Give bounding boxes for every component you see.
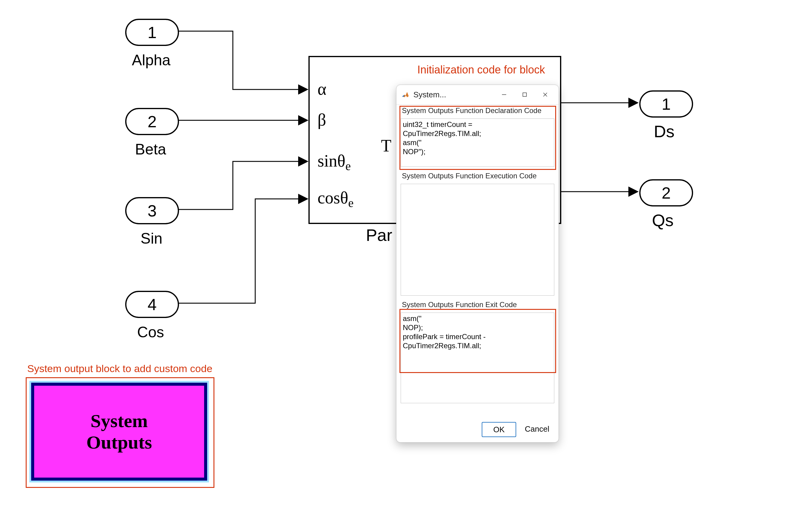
annotation-init-code: Initialization code for block xyxy=(417,63,545,76)
diagram-canvas: 1 Alpha 2 Beta 3 Sin 4 Cos α β sinθe cos… xyxy=(0,0,808,532)
inport-2-label: Beta xyxy=(132,140,169,158)
inport-1[interactable]: 1 xyxy=(125,19,179,46)
outport-2-num: 2 xyxy=(662,184,671,202)
outport-2[interactable]: 2 xyxy=(639,179,693,206)
outport-1-num: 1 xyxy=(662,95,671,113)
matlab-icon xyxy=(401,90,410,99)
cancel-button[interactable]: Cancel xyxy=(520,422,554,436)
park-in-alpha: α xyxy=(317,79,326,98)
inport-3-label: Sin xyxy=(138,230,165,247)
maximize-button[interactable] xyxy=(516,89,533,101)
park-in-cos: cosθe xyxy=(317,188,353,210)
dialog-titlebar[interactable]: System... xyxy=(397,85,558,104)
inport-4[interactable]: 4 xyxy=(125,291,179,318)
system-outputs-dialog[interactable]: System... System Outputs Function Declar… xyxy=(396,84,559,442)
dialog-title: System... xyxy=(414,90,446,99)
ok-button[interactable]: OK xyxy=(482,422,516,437)
outport-1-label: Ds xyxy=(654,121,674,141)
exit-label: System Outputs Function Exit Code xyxy=(401,299,554,309)
decl-label: System Outputs Function Declaration Code xyxy=(401,104,554,115)
park-block-right-text: T xyxy=(381,136,391,155)
minimize-button[interactable] xyxy=(496,89,513,101)
inport-1-num: 1 xyxy=(148,23,157,42)
close-button[interactable] xyxy=(537,89,554,101)
inport-1-label: Alpha xyxy=(130,51,172,69)
outport-1[interactable]: 1 xyxy=(639,90,693,118)
exec-label: System Outputs Function Execution Code xyxy=(401,170,554,181)
exit-code-textarea[interactable] xyxy=(401,312,554,403)
inport-4-label: Cos xyxy=(135,323,166,341)
inport-3[interactable]: 3 xyxy=(125,197,179,224)
svg-rect-1 xyxy=(523,93,527,96)
inport-3-num: 3 xyxy=(148,201,157,220)
park-in-beta: β xyxy=(317,110,326,129)
inport-4-num: 4 xyxy=(148,295,157,314)
system-outputs-block[interactable]: System Outputs xyxy=(31,383,207,481)
annotation-sys-output: System output block to add custom code xyxy=(27,363,212,375)
system-outputs-label: System Outputs xyxy=(86,410,152,453)
dialog-footer: OK Cancel xyxy=(401,418,554,438)
inport-2[interactable]: 2 xyxy=(125,108,179,135)
inport-2-num: 2 xyxy=(148,112,157,131)
outport-2-label: Qs xyxy=(652,210,674,230)
exec-code-textarea[interactable] xyxy=(401,184,554,296)
decl-code-textarea[interactable] xyxy=(401,118,554,167)
park-block-name: Par xyxy=(366,225,392,245)
park-in-sin: sinθe xyxy=(317,151,351,173)
dialog-body: System Outputs Function Declaration Code… xyxy=(397,104,558,442)
